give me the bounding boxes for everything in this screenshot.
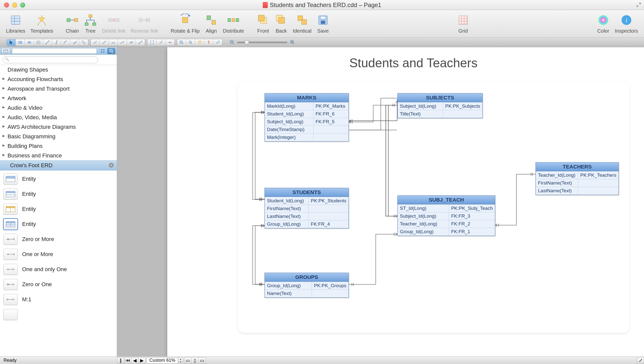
category-audio-video[interactable]: Audio & Video <box>0 103 117 113</box>
sidebar-libraries-tab[interactable] <box>2 48 10 54</box>
shape-label: Entity <box>22 221 36 227</box>
rotate-flip-button[interactable]: Rotate & Flip <box>168 13 202 35</box>
svg-rect-28 <box>279 17 285 23</box>
connector-tool-5[interactable] <box>79 39 88 46</box>
category-audio-video-media[interactable]: Audio, Video, Media <box>0 113 117 122</box>
shape-zero-or-more[interactable]: Zero or More <box>0 232 117 247</box>
save-button[interactable]: Save <box>314 13 332 35</box>
entity-students[interactable]: STUDENTS Student_Id(Long)PK:PK_Students … <box>264 188 349 228</box>
break-tool[interactable] <box>166 39 175 46</box>
zoom-slider-knob[interactable] <box>245 40 249 45</box>
delete-link-button[interactable]: Delete link <box>99 13 128 35</box>
entity-groups[interactable]: GROUPS Group_Id(Long)PK:PK_Groups Name(T… <box>264 273 349 298</box>
spline-tool[interactable] <box>118 39 127 46</box>
shape-zero-or-one[interactable]: Zero or One <box>0 277 117 292</box>
zoom-stepper[interactable]: ▲▼ <box>178 357 183 363</box>
category-basic-diagramming[interactable]: Basic Diagramming <box>0 132 117 141</box>
entity-header: SUBJ_TEACH <box>398 196 495 204</box>
canvas[interactable]: Students and Teachers <box>117 47 644 356</box>
category-business-finance[interactable]: Business and Finance <box>0 151 117 160</box>
category-close-icon[interactable]: × <box>109 163 114 168</box>
svg-rect-77 <box>101 51 102 53</box>
templates-button[interactable]: Templates <box>28 13 56 35</box>
identical-button[interactable]: Identical <box>290 13 314 35</box>
eyedropper-tool[interactable] <box>213 39 222 46</box>
pin-tool[interactable] <box>204 39 213 46</box>
rect-tool[interactable] <box>16 39 25 46</box>
libraries-button[interactable]: Libraries <box>4 13 28 35</box>
entity-teachers[interactable]: TEACHERS Teacher_Id(Long)PK:PK_Teachers … <box>535 162 619 195</box>
category-list: Drawing Shapes Accounting Flowcharts Aer… <box>0 65 117 323</box>
close-window-button[interactable] <box>4 3 9 8</box>
grid-button[interactable]: Grid <box>454 13 472 35</box>
view-mode-3[interactable]: ▭ <box>198 358 205 363</box>
sidebar-search-view[interactable] <box>107 48 115 54</box>
shape-entity-4[interactable]: Entity <box>0 217 117 232</box>
shape-label: Entity <box>22 191 36 197</box>
edit-points-tool[interactable] <box>147 39 156 46</box>
pointer-tool[interactable] <box>7 39 16 46</box>
shape-one-and-only-one[interactable]: One and only One <box>0 262 117 277</box>
view-mode-2[interactable]: ▯ <box>191 358 198 363</box>
view-mode-1[interactable]: ▭ <box>184 358 191 363</box>
sidebar-filter-input[interactable] <box>12 48 97 54</box>
front-button[interactable]: Front <box>254 13 272 35</box>
expand-button[interactable]: ⤢ <box>637 357 644 363</box>
distribute-button[interactable]: Distribute <box>220 13 246 35</box>
arc-tool[interactable] <box>109 39 118 46</box>
connector-tool-4[interactable] <box>70 39 79 46</box>
category-aerospace-transport[interactable]: Aerospace and Transport <box>0 84 117 94</box>
next-page-button[interactable]: ▶ <box>138 358 145 363</box>
shape-entity-2[interactable]: Entity <box>0 187 117 202</box>
shape-entity-3[interactable]: Entity <box>0 202 117 217</box>
edit-segment-tool[interactable] <box>156 39 166 46</box>
line-tool-1[interactable] <box>91 39 100 46</box>
zoom-out-icon[interactable] <box>230 40 235 45</box>
category-artwork[interactable]: Artwork <box>0 94 117 103</box>
shape-entity-1[interactable]: Entity <box>0 171 117 187</box>
minimize-window-button[interactable] <box>12 3 17 8</box>
tree-button[interactable]: Tree <box>81 13 99 35</box>
entity-subjects[interactable]: SUBJECTS Subject_Id(Long)PK:PK_Subjects … <box>397 93 483 118</box>
zoom-slider[interactable] <box>237 42 287 43</box>
connector-tool-1[interactable] <box>43 39 52 46</box>
zoom-region-tool[interactable] <box>177 39 186 46</box>
zoom-value[interactable]: Custom 61% <box>147 357 178 363</box>
shape-m-1[interactable]: M:1 <box>0 292 117 307</box>
svg-rect-33 <box>321 21 325 24</box>
shape-extra[interactable] <box>0 307 117 322</box>
first-page-button[interactable]: ⏮ <box>124 358 131 363</box>
text-tool[interactable] <box>34 39 43 46</box>
category-drawing-shapes[interactable]: Drawing Shapes <box>0 65 117 75</box>
connector-tool-3[interactable] <box>61 39 70 46</box>
bezier-tool[interactable] <box>136 39 145 46</box>
ellipse-tool[interactable] <box>25 39 34 46</box>
zoom-in-icon[interactable] <box>290 40 295 45</box>
split-view-button[interactable]: ‖ <box>117 357 124 363</box>
category-accounting-flowcharts[interactable]: Accounting Flowcharts <box>0 75 117 84</box>
sidebar-grid-view[interactable] <box>99 48 107 54</box>
chain-button[interactable]: Chain <box>63 13 81 35</box>
line-tool-2[interactable] <box>100 39 109 46</box>
entity-thumb-icon <box>4 189 18 200</box>
entity-marks[interactable]: MARKS MarkId(Long)PK:PK_Marks Student_Id… <box>264 93 349 142</box>
category-aws[interactable]: AWS Architecture Diagrams <box>0 122 117 132</box>
zoom-tool[interactable] <box>186 39 195 46</box>
entity-header: STUDENTS <box>265 188 349 197</box>
reverse-link-button[interactable]: Reverse link <box>128 13 161 35</box>
back-button[interactable]: Back <box>272 13 290 35</box>
pan-tool[interactable] <box>195 39 204 46</box>
connector-tool-2[interactable] <box>52 39 61 46</box>
sidebar-search-input[interactable] <box>3 56 98 63</box>
prev-page-button[interactable]: ◀ <box>131 358 138 363</box>
category-building-plans[interactable]: Building Plans <box>0 141 117 151</box>
category-crows-foot-erd[interactable]: Crow's Foot ERD × <box>0 160 117 170</box>
shape-one-or-more[interactable]: One or More <box>0 247 117 262</box>
fullscreen-icon[interactable] <box>636 2 641 8</box>
align-button[interactable]: Align <box>202 13 220 35</box>
zoom-window-button[interactable] <box>20 3 25 8</box>
color-button[interactable]: Color <box>594 13 612 35</box>
inspectors-button[interactable]: i Inspectors <box>612 13 640 35</box>
polyline-tool[interactable] <box>127 39 136 46</box>
entity-subjteach[interactable]: SUBJ_TEACH ST_Id(Long)PK:PK_Subj_Teach S… <box>397 195 495 236</box>
